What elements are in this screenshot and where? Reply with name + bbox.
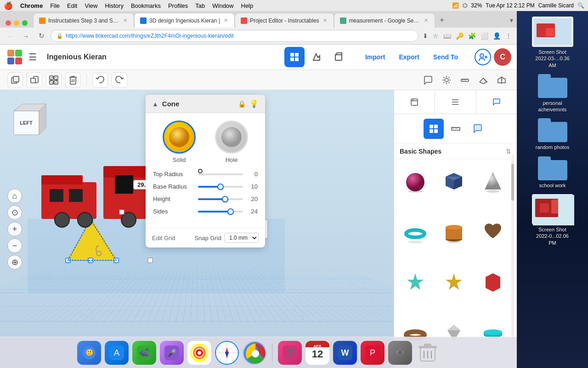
shape-star-gold[interactable]: [436, 264, 471, 301]
duplicate-button[interactable]: [27, 72, 42, 88]
reload-button[interactable]: ↻: [35, 29, 48, 42]
nav-cube-container[interactable]: LEFT: [9, 99, 51, 145]
group-button[interactable]: [46, 72, 62, 88]
hole-circle[interactable]: [215, 121, 248, 154]
zoom-in-button[interactable]: +: [7, 222, 22, 236]
shape-sphere[interactable]: [398, 163, 433, 200]
tab-close-1[interactable]: ✕: [122, 17, 128, 24]
workplane-button[interactable]: [475, 72, 491, 88]
menubar-edit[interactable]: Edit: [63, 2, 81, 9]
height-thumb[interactable]: [222, 196, 228, 202]
sides-thumb[interactable]: [227, 208, 234, 215]
edit-grid-button[interactable]: Edit Grid: [152, 235, 175, 242]
lighting-button[interactable]: [439, 72, 454, 88]
address-field[interactable]: 🔒 https://www.tinkercad.com/things/eZJth…: [51, 30, 418, 42]
dock-settings[interactable]: [388, 341, 412, 365]
close-window-btn[interactable]: [6, 20, 11, 26]
extensions-icon[interactable]: 🧩: [467, 31, 477, 41]
shape-torus[interactable]: [398, 213, 433, 250]
tab-close-4[interactable]: ✕: [423, 17, 429, 24]
grid-shapes-button[interactable]: [424, 119, 444, 139]
sidebar-import-button[interactable]: [394, 90, 435, 114]
user-avatar[interactable]: C: [494, 48, 511, 66]
dock-chrome[interactable]: [243, 341, 266, 365]
dock-red-app[interactable]: P: [361, 341, 384, 365]
apple-menu[interactable]: 🍎: [4, 1, 13, 10]
hole-option[interactable]: Hole: [215, 121, 248, 163]
tab-close-2[interactable]: ✕: [223, 17, 229, 24]
chat-shapes-button[interactable]: [468, 119, 488, 139]
copy-workplane-button[interactable]: [7, 72, 23, 88]
minimize-window-btn[interactable]: [14, 20, 19, 26]
panel-collapse-button[interactable]: ▲: [152, 100, 158, 108]
solid-circle[interactable]: [163, 121, 196, 154]
viewport[interactable]: Workplane 29.60 LEFT: [0, 90, 394, 368]
shape-hex[interactable]: [475, 264, 510, 301]
hamburger-menu[interactable]: ☰: [28, 52, 37, 63]
ruler-button[interactable]: [457, 72, 473, 88]
tab-measurement[interactable]: measurement - Google Searc... ✕: [334, 13, 435, 28]
menubar-bookmarks[interactable]: Bookmarks: [127, 2, 164, 9]
password-icon[interactable]: 🔑: [454, 31, 465, 41]
back-button[interactable]: ←: [4, 29, 17, 42]
category-row[interactable]: Basic Shapes ⇅: [394, 144, 517, 159]
desktop-personal-folder[interactable]: personal acheivemnts: [520, 74, 584, 113]
menubar-view[interactable]: View: [81, 2, 101, 9]
panel-lock-button[interactable]: 🔒: [238, 100, 246, 108]
top-radius-track[interactable]: [198, 173, 243, 175]
menubar-file[interactable]: File: [46, 2, 63, 9]
dock-trash[interactable]: [416, 341, 440, 365]
shape-cylinder-brown[interactable]: [436, 213, 471, 250]
sidebar-chat-button[interactable]: [476, 90, 517, 114]
tab-group-icon[interactable]: ⬜: [479, 31, 490, 41]
dock-appstore[interactable]: A: [105, 341, 129, 365]
shape-heart[interactable]: [475, 213, 510, 250]
mirror-button[interactable]: [494, 72, 509, 88]
desktop-school-folder[interactable]: school work: [520, 156, 584, 189]
dock-photos[interactable]: [187, 341, 211, 365]
solid-option[interactable]: Solid: [163, 121, 196, 163]
maximize-window-btn[interactable]: [22, 20, 28, 26]
redo-button[interactable]: [112, 72, 127, 88]
reset-view-button[interactable]: ⊙: [7, 205, 22, 220]
menubar-tab[interactable]: Tab: [192, 2, 209, 9]
undo-button[interactable]: [92, 72, 108, 88]
home-button[interactable]: ⌂: [7, 189, 22, 203]
menubar-history[interactable]: History: [101, 2, 127, 9]
download-icon[interactable]: ⬇: [421, 31, 430, 41]
height-track[interactable]: [198, 198, 243, 200]
view-pick-button[interactable]: [306, 47, 327, 67]
tab-project-editor[interactable]: Project Editor - Instructables ✕: [235, 13, 334, 28]
snap-grid-select[interactable]: 1.0 mm 0.5 mm 2.0 mm: [224, 233, 259, 243]
comment-button[interactable]: [420, 72, 436, 88]
shape-box[interactable]: [436, 163, 471, 200]
zoom-out-button[interactable]: −: [7, 238, 22, 253]
tab-list-dropdown[interactable]: ▾: [506, 17, 517, 24]
view-grid-button[interactable]: [284, 47, 305, 67]
ruler-shapes-button[interactable]: [446, 119, 466, 139]
tinkercad-logo[interactable]: [6, 48, 24, 66]
shape-star-teal[interactable]: [398, 264, 433, 301]
more-icon[interactable]: ⋮: [504, 31, 513, 41]
sidebar-toolbar-button[interactable]: [435, 90, 476, 114]
dock-siri[interactable]: 🎤: [160, 341, 184, 365]
base-radius-dot[interactable]: [198, 169, 203, 173]
desktop-screenshot2[interactable]: Screen Shot 2022-0...02.06 PM: [520, 194, 584, 246]
bookmark-icon[interactable]: ☆: [431, 31, 440, 41]
menubar-help[interactable]: Help: [237, 2, 257, 9]
dock-finder[interactable]: 🙂: [77, 341, 101, 365]
search-icon[interactable]: 🔍: [577, 2, 584, 9]
add-person-button[interactable]: [475, 49, 491, 65]
shape-cone-gray[interactable]: [475, 163, 510, 200]
tab-instructables[interactable]: Instructables Step 3 and Step... ✕: [33, 13, 134, 28]
dock-word[interactable]: W: [333, 341, 357, 365]
desktop-screenshot1[interactable]: Screen Shot 2022-03-...0.36 AM: [520, 17, 584, 69]
base-radius-thumb[interactable]: [217, 184, 224, 190]
reading-list-icon[interactable]: 📖: [442, 31, 452, 41]
send-to-button[interactable]: Send To: [427, 50, 464, 64]
tab-tinkercad[interactable]: 3D design Ingenious Kieran | ✕: [134, 13, 235, 28]
tab-close-3[interactable]: ✕: [322, 17, 328, 24]
base-radius-track[interactable]: [198, 186, 243, 188]
menubar-window[interactable]: Window: [209, 2, 237, 9]
panel-light-button[interactable]: 💡: [249, 99, 259, 108]
